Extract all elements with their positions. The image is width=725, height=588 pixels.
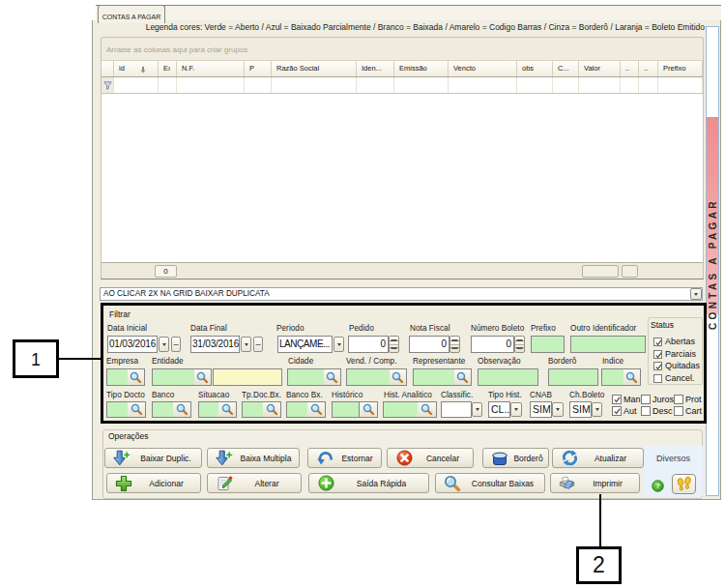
svg-text:?: ?	[655, 482, 660, 490]
